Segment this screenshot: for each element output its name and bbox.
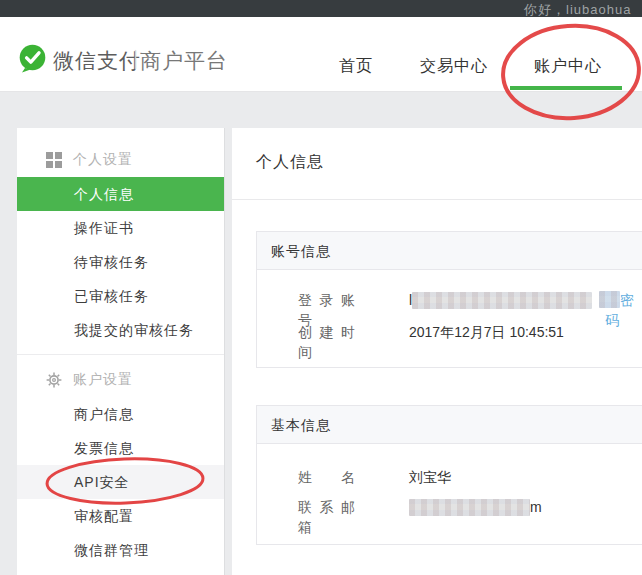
page-title: 个人信息 [256,152,324,173]
field-label: 姓名 [298,467,356,487]
creation-time-value: 2017年12月7日 10:45:51 [409,322,564,342]
name-value: 刘宝华 [409,467,451,487]
sidebar-divider [17,354,224,355]
sidebar-item-pending-review-tasks[interactable]: 待审核任务 [17,245,224,279]
section-basic-info: 基本信息 姓名 刘宝华 联系邮箱 m [256,405,642,545]
sidebar-item-operation-certificate[interactable]: 操作证书 [17,211,224,245]
group-label: 个人设置 [73,151,133,169]
section-account-info: 账号信息 登录账号 l 改密码 创建时间 2017年12月7日 10:45:51 [256,231,642,368]
nav-account-center[interactable]: 账户中心 [534,56,602,77]
sidebar-group-account-settings: 账户设置 [17,363,224,397]
sidebar-item-personal-info[interactable]: 个人信息 [17,177,224,211]
row-login-account: 登录账号 l 改密码 [257,290,642,322]
active-tab-underline [510,86,622,90]
sidebar-item-reviewed-tasks[interactable]: 已审核任务 [17,279,224,313]
title-divider [232,199,642,200]
field-label: 创建时间 [298,322,356,362]
sidebar-item-review-config[interactable]: 审核配置 [17,499,224,533]
gear-icon [46,372,62,388]
group-label: 账户设置 [73,371,133,389]
topbar: 你好，liubaohua [0,0,642,17]
row-contact-email: 联系邮箱 m [257,497,642,527]
sidebar-item-api-security[interactable]: API安全 [17,465,224,499]
nav-home[interactable]: 首页 [339,56,373,77]
contact-email-value: m [409,497,542,517]
grid-icon [46,152,62,168]
login-account-value: l [409,290,592,310]
nav-trade-center[interactable]: 交易中心 [420,56,488,77]
brand-portal: 商户平台 [140,47,228,75]
sidebar-item-invoice-info[interactable]: 发票信息 [17,431,224,465]
field-label: 联系邮箱 [298,497,356,537]
user-greeting: 你好，liubaohua [524,1,631,19]
section-title: 账号信息 [257,232,642,270]
header: 微信支付 ｜ 商户平台 首页 交易中心 账户中心 [0,17,642,92]
value-visible-suffix: m [530,499,542,515]
sidebar-item-wechat-group-management[interactable]: 微信群管理 [17,533,224,567]
row-creation-time: 创建时间 2017年12月7日 10:45:51 [257,322,642,354]
sidebar-item-my-submitted-tasks[interactable]: 我提交的审核任务 [17,313,224,347]
main-content: 个人信息 账号信息 登录账号 l 改密码 创建时间 2017年12月7日 10:… [232,128,642,575]
wechat-pay-logo-icon [18,44,47,73]
redaction-mosaic [599,291,620,308]
sidebar-item-merchant-info[interactable]: 商户信息 [17,397,224,431]
redaction-mosaic [409,499,530,516]
redaction-mosaic [412,292,592,309]
sidebar: 个人设置 个人信息 操作证书 待审核任务 已审核任务 我提交的审核任务 账户设置… [17,128,225,575]
row-name: 姓名 刘宝华 [257,467,642,497]
sidebar-group-personal-settings: 个人设置 [17,143,224,177]
section-title: 基本信息 [257,406,642,444]
